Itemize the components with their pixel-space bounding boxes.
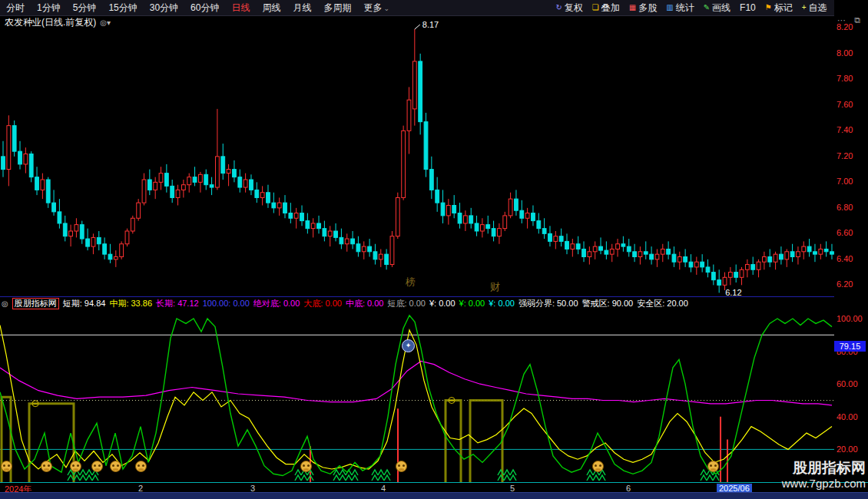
统计-icon: ▥ <box>666 0 673 15</box>
series-短期 <box>0 316 832 476</box>
series-长期 <box>0 361 832 405</box>
site-watermark: 股朋指标网 www.7gpzb.com <box>782 460 866 490</box>
indicator-value-警戒区: 警戒区: 90.00 <box>582 298 634 309</box>
price-tick-label: 7.40 <box>837 125 853 134</box>
indicator-value-绝对底: 绝对底: 0.00 <box>253 298 300 309</box>
window-corner-icons[interactable]: ⋯ ⧉ <box>837 15 863 25</box>
price-tick-label: 6.20 <box>837 279 853 289</box>
price-tick-label: 7.00 <box>837 177 853 186</box>
page-title: 农发种业(日线.前复权) <box>5 16 96 29</box>
sprout-signal-icon <box>378 470 384 481</box>
indicator-value-短期: 短期: 94.84 <box>63 298 106 309</box>
sprout-signal-icon <box>701 470 707 481</box>
indicator-value-安全区: 安全区: 20.00 <box>637 298 688 309</box>
gold-watermark-char: 榜 <box>405 276 416 288</box>
price-tick-label: 7.80 <box>837 74 853 83</box>
indicator-value-短底: 短底: 0.00 <box>387 298 426 309</box>
period-tab-60分钟[interactable]: 60分钟 <box>184 0 225 15</box>
period-tab-周线[interactable]: 周线 <box>256 0 287 15</box>
kline-chart[interactable]: 8.176.12榜财 <box>0 15 834 296</box>
tool-button-画线[interactable]: ✎画线 <box>699 0 735 15</box>
status-bar <box>0 492 868 499</box>
tool-label: 叠加 <box>601 0 620 15</box>
olive-step-signal <box>29 404 74 482</box>
toolbar: 分时1分钟5分钟15分钟30分钟60分钟日线周线月线多周期更多⌄ ↻复权❏叠加▦… <box>0 0 868 16</box>
sprout-signal-icon <box>92 470 98 481</box>
period-tab-30分钟[interactable]: 30分钟 <box>144 0 184 15</box>
indicator-tick-label: 100.00 <box>837 314 863 323</box>
tool-label: 多股 <box>638 0 657 15</box>
title-bar: 农发种业(日线.前复权) ◎▾ <box>5 16 111 29</box>
sprout-signal-icon <box>340 470 346 481</box>
sprout-signal-icon <box>80 470 86 481</box>
chevron-down-icon[interactable]: ◎▾ <box>100 18 111 27</box>
复权-icon: ↻ <box>555 0 562 15</box>
sprout-signal-icon <box>504 470 510 481</box>
olive-step-signal <box>2 397 11 482</box>
watermark-url: www.7gpzb.com <box>782 477 866 490</box>
sprout-signal-icon <box>301 470 307 481</box>
panel-collapse-icon[interactable]: ◎ <box>2 299 8 308</box>
period-tab-分时[interactable]: 分时 <box>0 0 31 15</box>
tool-button-多股[interactable]: ▦多股 <box>624 0 661 15</box>
watermark-brand: 股朋指标网 <box>782 460 866 477</box>
period-tab-多周期[interactable]: 多周期 <box>317 0 357 15</box>
price-axis: 8.208.007.807.607.407.207.006.806.606.40… <box>834 0 868 499</box>
price-tick-label: 6.60 <box>837 228 853 237</box>
period-tab-更多[interactable]: 更多⌄ <box>357 0 396 16</box>
period-tab-15分钟[interactable]: 15分钟 <box>102 0 143 15</box>
tool-button-标记[interactable]: ⚑标记 <box>760 0 797 15</box>
tool-label: 画线 <box>712 0 731 15</box>
indicator-header: ◎股朋指标网短期: 94.84中期: 33.86长期: 47.12100.00:… <box>0 296 836 309</box>
last-value-badge: 79.15 <box>834 341 866 352</box>
叠加-icon: ❏ <box>592 0 599 15</box>
tool-button-复权[interactable]: ↻复权 <box>551 0 587 15</box>
indicator-value-100.00: 100.00: 0.00 <box>203 299 250 308</box>
sprout-signal-icon <box>295 470 301 481</box>
sprout-signal-icon <box>587 470 593 481</box>
price-tick-label: 7.60 <box>837 100 853 109</box>
sprout-signal-icon <box>352 470 358 481</box>
tool-button-F10[interactable]: F10 <box>735 0 760 15</box>
标记-icon: ⚑ <box>765 0 772 15</box>
peak-price-label: 8.17 <box>422 20 439 29</box>
tool-label: 复权 <box>565 0 583 15</box>
indicator-value-大底: 大底: 0.00 <box>303 298 342 309</box>
多股-icon: ▦ <box>629 0 636 15</box>
price-tick-label: 6.80 <box>837 203 853 212</box>
tool-label: 统计 <box>676 0 694 15</box>
tool-button-统计[interactable]: ▥统计 <box>661 0 698 15</box>
indicator-value-¥: ¥: 0.00 <box>459 299 485 308</box>
tool-label: F10 <box>740 0 756 15</box>
indicator-tick-label: 40.00 <box>837 412 858 421</box>
tool-button-叠加[interactable]: ❏叠加 <box>588 0 624 15</box>
olive-step-signal <box>446 401 461 483</box>
indicator-value-强弱分界: 强弱分界: 50.00 <box>518 298 578 309</box>
period-tab-1分钟[interactable]: 1分钟 <box>31 0 67 15</box>
price-tick-label: 6.40 <box>837 254 853 263</box>
sprout-signal-icon <box>593 470 599 481</box>
period-tab-5分钟[interactable]: 5分钟 <box>67 0 103 15</box>
indicator-value-¥: ¥: 0.00 <box>429 299 456 308</box>
price-tick-label: 8.00 <box>837 48 853 58</box>
indicator-value-中底: 中底: 0.00 <box>346 298 384 309</box>
chevron-down-icon: ⌄ <box>383 5 389 12</box>
indicator-value-长期: 长期: 47.12 <box>156 298 199 309</box>
period-menu: 分时1分钟5分钟15分钟30分钟60分钟日线周线月线多周期更多⌄ <box>0 0 396 15</box>
indicator-brand-label[interactable]: 股朋指标网 <box>12 298 59 309</box>
indicator-chart[interactable] <box>0 309 834 482</box>
app-window: 分时1分钟5分钟15分钟30分钟60分钟日线周线月线多周期更多⌄ ↻复权❏叠加▦… <box>0 0 868 499</box>
sprout-signal-icon <box>599 470 605 481</box>
tool-button-自选[interactable]: +自选 <box>797 0 832 15</box>
sprout-signal-icon <box>372 470 378 481</box>
sprout-signal-icon <box>384 470 390 481</box>
gold-watermark-char: 财 <box>490 281 500 292</box>
period-tab-日线[interactable]: 日线 <box>225 0 256 15</box>
tool-label: 标记 <box>774 0 793 15</box>
low-price-label: 6.12 <box>725 288 741 296</box>
period-tab-月线[interactable]: 月线 <box>287 0 317 15</box>
indicator-value-¥: ¥: 0.00 <box>489 299 515 308</box>
sprout-signal-icon <box>510 470 516 481</box>
tools-menu: ↻复权❏叠加▦多股▥统计✎画线F10⚑标记+自选↩返回 <box>551 0 868 15</box>
tool-label: 自选 <box>809 0 827 15</box>
